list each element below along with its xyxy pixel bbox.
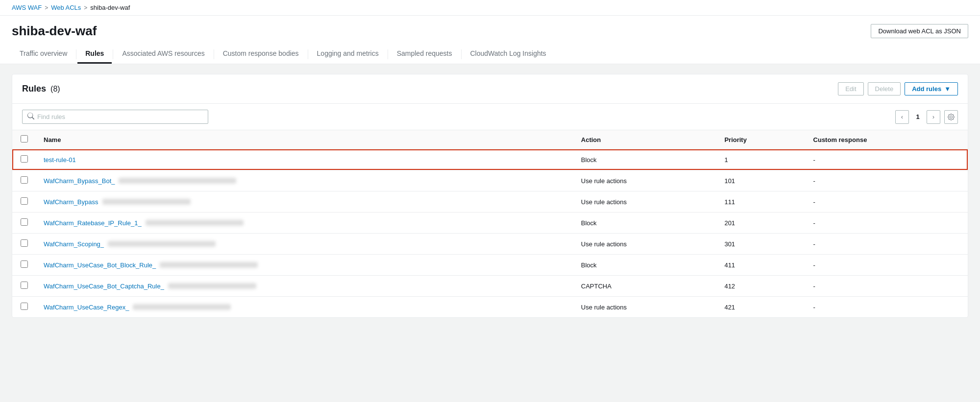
tab-divider-5 — [388, 49, 388, 59]
row-checkbox[interactable] — [21, 303, 28, 310]
rule-name-link[interactable]: WafCharm_UseCase_Bot_Block_Rule_ — [44, 261, 156, 269]
tab-sampled[interactable]: Sampled requests — [389, 45, 460, 64]
row-name-cell: WafCharm_UseCase_Regex_ — [36, 297, 573, 318]
tab-response-bodies[interactable]: Custom response bodies — [215, 45, 307, 64]
row-checkbox[interactable] — [21, 197, 28, 205]
row-custom-response-cell: - — [806, 276, 968, 297]
page-wrapper: AWS WAF > Web ACLs > shiba-dev-waf shiba… — [0, 0, 980, 402]
row-action-cell: CAPTCHA — [573, 276, 717, 297]
row-checkbox[interactable] — [21, 218, 28, 226]
table-header-row: Name Action Priority Custom response — [12, 130, 968, 149]
select-all-checkbox[interactable] — [21, 135, 28, 142]
row-checkbox-cell — [12, 276, 36, 297]
breadcrumb-awswaf[interactable]: AWS WAF — [12, 4, 42, 11]
row-checkbox-cell — [12, 149, 36, 170]
rule-name-link[interactable]: WafCharm_Bypass_Bot_ — [44, 177, 115, 185]
header-checkbox-cell — [12, 130, 36, 149]
tab-traffic[interactable]: Traffic overview — [12, 45, 75, 64]
row-checkbox-cell — [12, 213, 36, 234]
blurred-text — [102, 199, 191, 205]
row-checkbox-cell — [12, 234, 36, 255]
rules-panel: Rules (8) Edit Delete Add rules ▼ — [12, 74, 968, 318]
table-settings-button[interactable] — [944, 110, 958, 124]
rule-name-link[interactable]: WafCharm_UseCase_Bot_Captcha_Rule_ — [44, 283, 164, 290]
breadcrumb-webacls[interactable]: Web ACLs — [51, 4, 81, 11]
rule-name-link[interactable]: test-rule-01 — [44, 156, 76, 164]
breadcrumb-sep-1: > — [45, 4, 48, 11]
tab-divider-3 — [214, 49, 214, 59]
blurred-text — [133, 304, 231, 310]
row-priority-cell: 111 — [716, 191, 805, 213]
table-row: WafCharm_UseCase_Regex_ Use rule actions… — [12, 297, 968, 318]
header-top: shiba-dev-waf Download web ACL as JSON — [12, 24, 968, 45]
download-json-button[interactable]: Download web ACL as JSON — [871, 24, 968, 38]
row-priority-cell: 101 — [716, 170, 805, 191]
row-custom-response-cell: - — [806, 191, 968, 213]
row-custom-response-cell: - — [806, 149, 968, 170]
row-action-cell: Use rule actions — [573, 170, 717, 191]
search-icon — [27, 113, 34, 121]
blurred-text — [146, 220, 244, 226]
row-custom-response-cell: - — [806, 255, 968, 276]
tab-cloudwatch[interactable]: CloudWatch Log Insights — [463, 45, 554, 64]
panel-actions: Edit Delete Add rules ▼ — [838, 82, 958, 95]
header-priority: Priority — [716, 130, 805, 149]
header-custom-response: Custom response — [806, 130, 968, 149]
tab-divider-1 — [76, 49, 76, 59]
search-input-wrap[interactable] — [22, 110, 208, 124]
rule-name-link[interactable]: WafCharm_Bypass — [44, 198, 98, 206]
content-area: Rules (8) Edit Delete Add rules ▼ — [0, 64, 980, 328]
tab-rules[interactable]: Rules — [77, 45, 112, 64]
row-name-cell: WafCharm_UseCase_Bot_Block_Rule_ — [36, 255, 573, 276]
row-priority-cell: 411 — [716, 255, 805, 276]
row-checkbox-cell — [12, 255, 36, 276]
header-action: Action — [573, 130, 717, 149]
add-rules-button[interactable]: Add rules ▼ — [905, 82, 958, 95]
table-row: WafCharm_Bypass_Bot_ Use rule actions101… — [12, 170, 968, 191]
row-priority-cell: 421 — [716, 297, 805, 318]
rules-tbody: test-rule-01Block1-WafCharm_Bypass_Bot_ … — [12, 149, 968, 318]
row-checkbox-cell — [12, 297, 36, 318]
rule-name-link[interactable]: WafCharm_UseCase_Regex_ — [44, 304, 129, 311]
rule-name-link[interactable]: WafCharm_Ratebase_IP_Rule_1_ — [44, 219, 142, 227]
breadcrumb-sep-2: > — [84, 4, 87, 11]
row-custom-response-cell: - — [806, 297, 968, 318]
page-header: shiba-dev-waf Download web ACL as JSON T… — [0, 16, 980, 64]
next-page-button[interactable]: › — [927, 110, 940, 124]
table-row: WafCharm_Bypass Use rule actions111- — [12, 191, 968, 213]
row-checkbox[interactable] — [21, 176, 28, 184]
tab-divider-6 — [461, 49, 462, 59]
row-custom-response-cell: - — [806, 213, 968, 234]
tab-nav: Traffic overview Rules Associated AWS re… — [12, 45, 968, 64]
row-checkbox[interactable] — [21, 282, 28, 289]
table-row: WafCharm_UseCase_Bot_Captcha_Rule_ CAPTC… — [12, 276, 968, 297]
row-priority-cell: 301 — [716, 234, 805, 255]
row-priority-cell: 201 — [716, 213, 805, 234]
tab-logging[interactable]: Logging and metrics — [309, 45, 387, 64]
blurred-text — [160, 262, 258, 268]
row-checkbox[interactable] — [21, 239, 28, 247]
row-checkbox[interactable] — [21, 260, 28, 268]
row-name-cell: WafCharm_Bypass_Bot_ — [36, 170, 573, 191]
dropdown-arrow-icon: ▼ — [944, 85, 951, 93]
tab-resources[interactable]: Associated AWS resources — [114, 45, 212, 64]
pagination-area: ‹ 1 › — [895, 110, 958, 124]
edit-button[interactable]: Edit — [838, 82, 863, 95]
delete-button[interactable]: Delete — [868, 82, 901, 95]
rule-name-link[interactable]: WafCharm_Scoping_ — [44, 240, 104, 248]
rules-count: (8) — [50, 85, 60, 93]
row-action-cell: Use rule actions — [573, 234, 717, 255]
row-checkbox-cell — [12, 170, 36, 191]
search-input[interactable] — [37, 113, 203, 120]
breadcrumb: AWS WAF > Web ACLs > shiba-dev-waf — [0, 0, 980, 16]
row-action-cell: Use rule actions — [573, 297, 717, 318]
breadcrumb-current: shiba-dev-waf — [90, 4, 130, 11]
search-bar: ‹ 1 › — [12, 104, 968, 130]
row-name-cell: WafCharm_Scoping_ — [36, 234, 573, 255]
row-name-cell: WafCharm_UseCase_Bot_Captcha_Rule_ — [36, 276, 573, 297]
prev-page-button[interactable]: ‹ — [895, 110, 909, 124]
row-checkbox[interactable] — [21, 155, 28, 163]
row-custom-response-cell: - — [806, 170, 968, 191]
row-name-cell: WafCharm_Bypass — [36, 191, 573, 213]
panel-title-area: Rules (8) — [22, 84, 60, 94]
